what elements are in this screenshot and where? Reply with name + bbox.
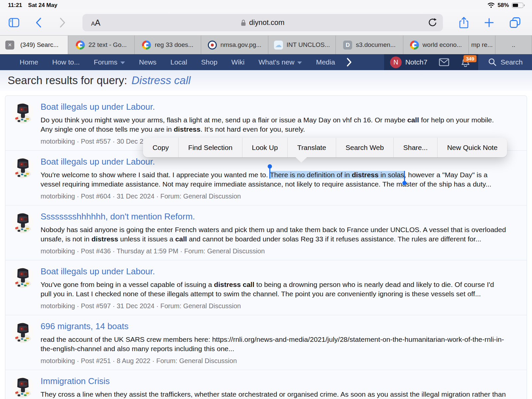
result-row: Boat illegals up under Labour. You've go… (5, 260, 527, 315)
search-label: Search (500, 58, 523, 66)
tab-google-3[interactable]: world econo... (403, 36, 469, 54)
avatar[interactable] (12, 266, 34, 288)
menu-item-find-selection[interactable]: Find Selection (178, 138, 242, 157)
safari-toolbar: AA diynot.com (0, 10, 532, 35)
menu-item-search-web[interactable]: Search Web (336, 138, 394, 157)
forum-nav-bar: Home How to... Forums News Local Shop Wi… (0, 54, 532, 70)
share-icon[interactable] (459, 17, 469, 29)
result-title-link[interactable]: Boat illegals up under Labour. (41, 266, 507, 277)
back-icon[interactable] (35, 17, 42, 28)
user-menu[interactable]: N Notch7 (384, 54, 434, 70)
search-icon (488, 58, 497, 66)
result-snippet: You've gone from being in a vessel capab… (41, 280, 507, 299)
avatar[interactable] (12, 101, 34, 123)
nav-item-news[interactable]: News (132, 54, 164, 70)
new-tab-icon[interactable] (484, 18, 494, 28)
tab-label: reg 33 does... (155, 41, 193, 49)
result-snippet: read the account of the UK SARS crew mem… (41, 335, 507, 353)
tab-bar: × (349) Searc... 22 text - Go... reg 33 … (0, 35, 532, 54)
url-bar[interactable]: AA diynot.com (82, 14, 443, 31)
google-favicon (410, 41, 419, 50)
nav-item-forums[interactable]: Forums (87, 54, 132, 70)
nav-item-how-to[interactable]: How to... (45, 54, 87, 70)
result-snippet: Nobody has said anyone is going the ente… (41, 225, 507, 244)
battery-tip (524, 4, 525, 6)
result-meta: motorbiking · Post #604 · 31 Dec 2024 · … (41, 193, 507, 200)
cloud-favicon: ☁ (274, 41, 283, 50)
result-meta: motorbiking · Post #436 · Thursday at 1:… (41, 247, 507, 255)
nav-item-local[interactable]: Local (164, 54, 194, 70)
nav-item-home[interactable]: Home (13, 54, 45, 70)
google-favicon (76, 41, 85, 50)
result-snippet: You're welcome to show where I said that… (41, 170, 507, 189)
tab-label: s3.documen... (356, 41, 395, 49)
sidebar-icon[interactable] (9, 18, 19, 27)
tab-label: .. (512, 41, 515, 49)
result-title-link[interactable]: Immigration Crisis (41, 376, 507, 386)
date: Sat 24 May (28, 2, 58, 9)
avatar[interactable] (12, 156, 34, 178)
tab-label: INT UNCLOS... (287, 41, 330, 49)
url-text: diynot.com (249, 18, 284, 27)
result-title-link[interactable]: 696 migrants, 14 boats (41, 321, 507, 332)
inbox-button[interactable] (433, 54, 455, 70)
result-row: Sssssssshhhhhh, don't mention Reform. No… (5, 205, 527, 260)
search-button[interactable]: Search (478, 54, 532, 70)
chevron-down-icon[interactable] (297, 62, 302, 64)
clock: 11:21 (8, 2, 22, 9)
tab-label: world econo... (423, 41, 462, 49)
result-row: Immigration Crisis They cross a line whe… (5, 370, 527, 399)
menu-item-new-quick-note[interactable]: New Quick Note (437, 138, 507, 157)
menu-item-translate[interactable]: Translate (287, 138, 335, 157)
result-title-link[interactable]: Boat illegals up under Labour. (41, 102, 507, 112)
battery-percent: 58% (497, 2, 509, 9)
document-favicon: D (343, 41, 352, 50)
tab-unclos[interactable]: ☁ INT UNCLOS... (268, 36, 336, 54)
tab-partial-2[interactable]: .. (495, 36, 532, 54)
safari-window: 11:21 Sat 24 May 58% (0, 0, 532, 399)
nav-item-whats-new[interactable]: What's new (252, 54, 309, 70)
tab-s3-document[interactable]: D s3.documen... (336, 36, 403, 54)
avatar[interactable] (12, 211, 34, 233)
battery-icon (512, 3, 523, 8)
envelope-icon (439, 58, 449, 66)
result-snippet: They cross a line when they assist the t… (41, 390, 507, 399)
result-title-link[interactable]: Sssssssshhhhhh, don't mention Reform. (41, 211, 507, 222)
tab-label: mp re... (471, 41, 492, 49)
result-meta: motorbiking · Post #251 · 8 Aug 2022 · F… (41, 357, 507, 365)
selected-text[interactable]: in solas (378, 171, 404, 179)
avatar[interactable] (12, 321, 34, 343)
status-bar: 11:21 Sat 24 May 58% (0, 0, 532, 10)
user-avatar[interactable]: N (390, 57, 402, 68)
tab-label: (349) Searc... (20, 41, 59, 49)
nmsa-favicon (208, 41, 217, 50)
tab-close-icon[interactable]: × (5, 41, 14, 50)
lock-icon (241, 19, 246, 26)
chevron-right-icon[interactable] (342, 57, 356, 67)
tab-google-1[interactable]: 22 text - Go... (68, 36, 135, 54)
page-title: Search results for query: Distress call (0, 70, 532, 91)
search-query: Distress call (132, 74, 191, 87)
forward-icon[interactable] (59, 17, 66, 28)
tabs-overview-icon[interactable] (509, 17, 521, 28)
avatar[interactable] (12, 376, 34, 398)
selection-context-menu: Copy Find Selection Look Up Translate Se… (143, 138, 507, 157)
menu-item-copy[interactable]: Copy (143, 138, 178, 157)
selected-text[interactable]: distress (352, 171, 379, 179)
result-row: Boat illegals up under Labour. You're we… (5, 150, 527, 205)
alerts-button[interactable]: 349 (455, 54, 478, 70)
reload-icon[interactable] (428, 18, 437, 28)
nav-item-media[interactable]: Media (309, 54, 342, 70)
tab-partial-1[interactable]: mp re... (469, 36, 495, 54)
tab-nmsa[interactable]: nmsa.gov.pg... (201, 36, 268, 54)
menu-item-look-up[interactable]: Look Up (242, 138, 288, 157)
tab-google-2[interactable]: reg 33 does... (135, 36, 201, 54)
result-snippet: Do you think you might wave your arms, f… (41, 115, 507, 134)
selected-text[interactable]: There is no definition of in (270, 171, 352, 179)
nav-item-wiki[interactable]: Wiki (224, 54, 252, 70)
tab-search-results[interactable]: × (349) Searc... (0, 36, 68, 54)
nav-item-shop[interactable]: Shop (194, 54, 224, 70)
chevron-down-icon[interactable] (120, 62, 125, 64)
result-title-link[interactable]: Boat illegals up under Labour. (41, 157, 507, 167)
menu-item-share[interactable]: Share... (393, 138, 437, 157)
